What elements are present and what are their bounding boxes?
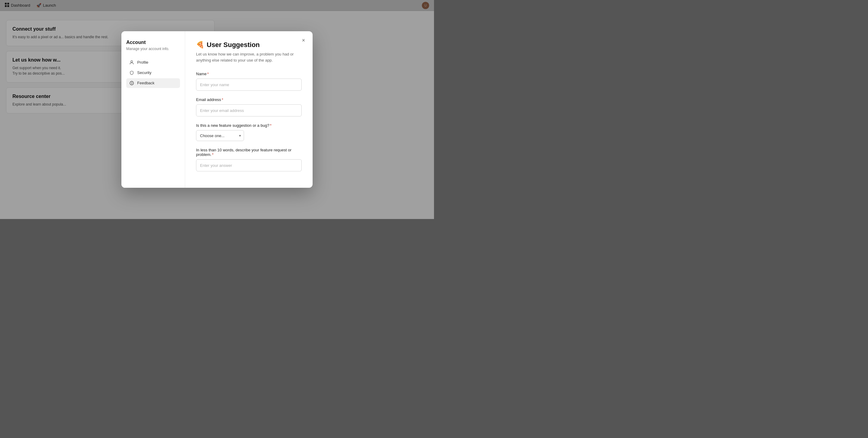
- type-label: Is this a new feature suggestion or a bu…: [196, 123, 302, 128]
- modal-main: × 🍕 User Suggestion Let us know how we c…: [185, 31, 313, 188]
- account-modal: Account Manage your account info. Profil…: [121, 31, 313, 188]
- description-label: In less than 10 words, describe your fea…: [196, 148, 302, 157]
- email-label: Email address*: [196, 97, 302, 102]
- name-field-group: Name*: [196, 72, 302, 91]
- form-title: 🍕 User Suggestion: [196, 41, 302, 49]
- type-required-star: *: [270, 123, 271, 128]
- form-emoji: 🍕: [196, 41, 204, 49]
- sidebar-item-profile[interactable]: Profile: [126, 58, 180, 67]
- type-field-group: Is this a new feature suggestion or a bu…: [196, 123, 302, 141]
- sidebar-item-security[interactable]: Security: [126, 68, 180, 78]
- description-field-group: In less than 10 words, describe your fea…: [196, 148, 302, 171]
- email-required-star: *: [222, 97, 223, 102]
- email-field-group: Email address*: [196, 97, 302, 116]
- help-icon: ?: [129, 81, 134, 86]
- email-input[interactable]: [196, 104, 302, 116]
- profile-label: Profile: [137, 60, 148, 65]
- description-input[interactable]: [196, 159, 302, 171]
- svg-text:?: ?: [131, 82, 133, 85]
- type-select[interactable]: Choose one... Feature suggestion Bug rep…: [196, 130, 244, 141]
- close-button[interactable]: ×: [299, 36, 308, 44]
- name-label: Name*: [196, 72, 302, 76]
- form-title-text: User Suggestion: [207, 41, 260, 49]
- form-description: Let us know how we can improve, a proble…: [196, 51, 302, 63]
- security-label: Security: [137, 70, 151, 75]
- feedback-label: Feedback: [137, 81, 154, 85]
- sidebar-subtitle: Manage your account info.: [126, 46, 180, 52]
- modal-sidebar: Account Manage your account info. Profil…: [121, 31, 185, 188]
- modal-overlay: Account Manage your account info. Profil…: [0, 0, 434, 219]
- name-required-star: *: [207, 72, 209, 76]
- person-icon: [129, 60, 134, 65]
- shield-icon: [129, 70, 134, 75]
- svg-point-4: [131, 61, 133, 63]
- name-input[interactable]: [196, 78, 302, 91]
- sidebar-nav: Profile Security ?: [126, 58, 180, 88]
- type-select-wrapper: Choose one... Feature suggestion Bug rep…: [196, 130, 244, 141]
- sidebar-title: Account: [126, 40, 180, 45]
- description-required-star: *: [212, 152, 214, 157]
- sidebar-item-feedback[interactable]: ? Feedback: [126, 78, 180, 88]
